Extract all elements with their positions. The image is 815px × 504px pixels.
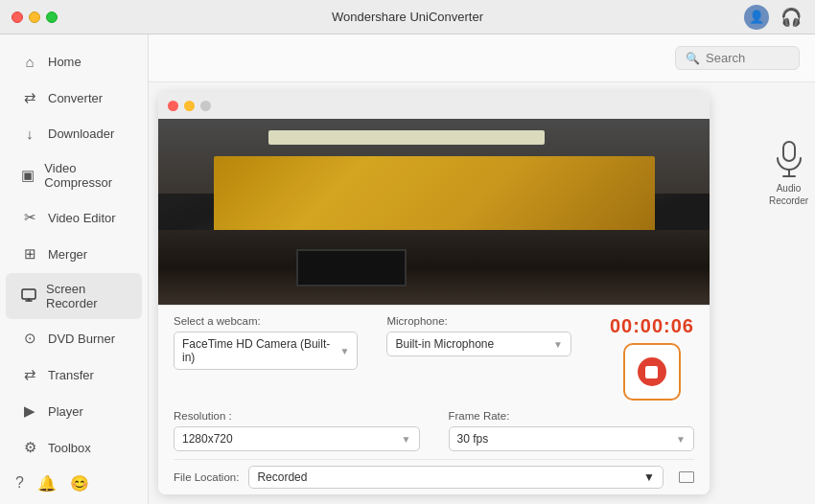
framerate-group: Frame Rate: 30 fps ▼ xyxy=(449,410,695,451)
sidebar-bottom: ? 🔔 😊 xyxy=(0,474,148,504)
file-location-value: Recorded xyxy=(257,470,307,484)
home-icon: ⌂ xyxy=(21,54,38,70)
merger-icon: ⊞ xyxy=(21,245,38,263)
right-panel: Audio Recorder xyxy=(762,82,815,504)
app-titlebar: Wondershare UniConverter 👤 🎧 xyxy=(0,0,815,34)
video-editor-icon: ✂ xyxy=(21,209,38,226)
player-icon: ▶ xyxy=(21,402,38,420)
stop-square-icon xyxy=(645,366,658,378)
sidebar-item-downloader[interactable]: ↓ Downloader xyxy=(6,117,142,150)
sidebar-item-player[interactable]: ▶ Player xyxy=(6,394,142,428)
file-location-label: File Location: xyxy=(174,471,239,483)
timer-group: 00:00:06 xyxy=(600,315,694,401)
sidebar-item-home[interactable]: ⌂ Home xyxy=(6,45,142,79)
webcam-select[interactable]: FaceTime HD Camera (Built-in) ▼ xyxy=(174,332,358,370)
app-title: Wondershare UniConverter xyxy=(332,10,483,24)
scene-monitor xyxy=(296,249,407,286)
transfer-icon: ⇄ xyxy=(21,366,38,383)
sidebar-label-transfer: Transfer xyxy=(48,368,94,382)
sidebar: ⌂ Home ⇄ Converter ↓ Downloader ▣ Video … xyxy=(0,34,149,504)
notifications-icon[interactable]: 🔔 xyxy=(37,474,57,493)
stop-inner xyxy=(638,357,666,386)
recorder-panel: Select a webcam: FaceTime HD Camera (Bui… xyxy=(158,92,710,494)
controls-row2: Resolution : 1280x720 ▼ Frame Rate: xyxy=(174,410,694,451)
panel-minimize-button[interactable] xyxy=(184,101,195,111)
svg-rect-1 xyxy=(783,142,795,161)
controls-row1: Select a webcam: FaceTime HD Camera (Bui… xyxy=(174,315,694,401)
sidebar-item-toolbox[interactable]: ⚙ Toolbox xyxy=(6,430,142,465)
sidebar-label-screen-recorder: Screen Recorder xyxy=(46,282,127,310)
sidebar-label-video-editor: Video Editor xyxy=(48,211,116,225)
window-controls[interactable] xyxy=(12,11,58,23)
file-location-select[interactable]: Recorded ▼ xyxy=(248,466,664,489)
downloader-icon: ↓ xyxy=(21,126,38,142)
dvd-burner-icon: ⊙ xyxy=(21,330,38,347)
framerate-select[interactable]: 30 fps ▼ xyxy=(449,426,695,451)
video-compressor-icon: ▣ xyxy=(21,167,35,184)
svg-rect-0 xyxy=(22,289,35,299)
framerate-chevron: ▼ xyxy=(676,434,686,445)
panel-titlebar xyxy=(158,92,710,119)
webcam-value: FaceTime HD Camera (Built-in) xyxy=(182,337,340,364)
panel-maximize-button[interactable] xyxy=(200,101,211,111)
audio-recorder-label: Audio Recorder xyxy=(762,182,815,207)
sidebar-label-dvd-burner: DVD Burner xyxy=(48,332,115,346)
toolbox-icon: ⚙ xyxy=(21,439,38,456)
support-icon[interactable]: 🎧 xyxy=(779,5,803,30)
sidebar-item-screen-recorder[interactable]: Screen Recorder xyxy=(6,273,142,319)
mic-icon-container xyxy=(770,140,808,178)
converter-icon: ⇄ xyxy=(21,89,38,106)
sidebar-label-home: Home xyxy=(48,55,82,69)
audio-recorder-button[interactable]: Audio Recorder xyxy=(762,140,815,207)
video-preview xyxy=(158,119,710,305)
microphone-group: Microphone: Built-in Microphone ▼ xyxy=(386,315,570,356)
sidebar-label-player: Player xyxy=(48,404,83,419)
file-location-chevron: ▼ xyxy=(643,470,655,484)
framerate-label: Frame Rate: xyxy=(449,410,695,422)
search-box[interactable]: 🔍 xyxy=(675,46,800,70)
sidebar-label-converter: Converter xyxy=(48,91,103,105)
webcam-chevron: ▼ xyxy=(340,346,350,356)
screen-recorder-icon xyxy=(21,287,36,306)
maximize-button[interactable] xyxy=(46,11,58,23)
close-button[interactable] xyxy=(12,11,23,23)
video-background xyxy=(158,119,710,305)
framerate-value: 30 fps xyxy=(457,432,489,446)
titlebar-right: 👤 🎧 xyxy=(744,5,803,30)
sidebar-item-transfer[interactable]: ⇄ Transfer xyxy=(6,357,142,392)
content-header: 🔍 xyxy=(149,34,815,82)
search-input[interactable] xyxy=(706,51,792,65)
sidebar-item-merger[interactable]: ⊞ Merger xyxy=(6,237,142,271)
sidebar-item-converter[interactable]: ⇄ Converter xyxy=(6,80,142,115)
sidebar-item-video-editor[interactable]: ✂ Video Editor xyxy=(6,200,142,235)
scene-brown-box xyxy=(214,156,655,234)
sidebar-label-toolbox: Toolbox xyxy=(48,441,91,455)
user-avatar[interactable]: 👤 xyxy=(744,5,769,30)
microphone-select[interactable]: Built-in Microphone ▼ xyxy=(386,332,570,356)
webcam-label: Select a webcam: xyxy=(174,315,358,327)
search-icon: 🔍 xyxy=(686,52,700,65)
folder-icon[interactable] xyxy=(679,471,694,483)
sidebar-label-merger: Merger xyxy=(48,247,87,262)
resolution-value: 1280x720 xyxy=(182,432,233,446)
controls-area: Select a webcam: FaceTime HD Camera (Bui… xyxy=(158,305,710,494)
resolution-chevron: ▼ xyxy=(402,434,411,445)
microphone-icon xyxy=(773,140,805,178)
minimize-button[interactable] xyxy=(29,11,40,23)
microphone-value: Built-in Microphone xyxy=(395,337,494,351)
panel-close-button[interactable] xyxy=(168,101,178,111)
resolution-label: Resolution : xyxy=(174,410,420,422)
microphone-label: Microphone: xyxy=(386,315,570,327)
content-area: 🔍 xyxy=(149,34,815,504)
controls-row3: File Location: Recorded ▼ xyxy=(174,459,694,489)
stop-button[interactable] xyxy=(623,343,681,401)
timer-display: 00:00:06 xyxy=(610,315,694,337)
scene-light xyxy=(268,130,545,146)
resolution-select[interactable]: 1280x720 ▼ xyxy=(174,426,420,451)
feedback-icon[interactable]: 😊 xyxy=(70,474,89,493)
sidebar-item-video-compressor[interactable]: ▣ Video Compressor xyxy=(6,152,142,198)
scene-bottom xyxy=(158,230,710,305)
sidebar-label-video-compressor: Video Compressor xyxy=(44,161,127,190)
sidebar-item-dvd-burner[interactable]: ⊙ DVD Burner xyxy=(6,321,142,355)
help-icon[interactable]: ? xyxy=(15,474,24,493)
